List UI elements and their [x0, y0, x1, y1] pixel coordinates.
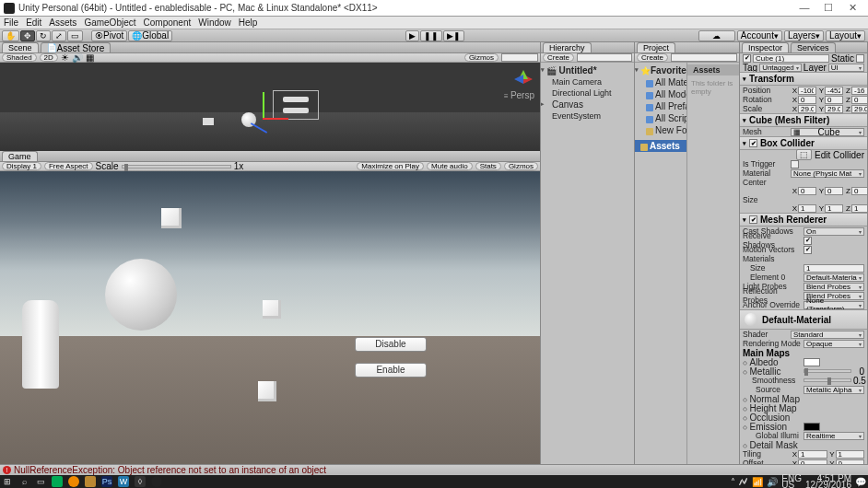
game-gizmos-dropdown[interactable]: Gizmos — [504, 162, 538, 170]
scale-x-input[interactable] — [798, 105, 816, 113]
center-z-input[interactable] — [851, 187, 868, 195]
castshadows-dropdown[interactable]: On — [803, 227, 864, 236]
search-icon[interactable]: ⌕ — [18, 476, 29, 487]
tray-wifi-icon[interactable]: 📶 — [752, 477, 763, 487]
center-y-input[interactable] — [825, 187, 843, 195]
scale-tool-button[interactable]: ⤢ — [52, 30, 66, 41]
rect-tool-button[interactable]: ▭ — [67, 30, 83, 41]
taskview-icon[interactable]: ▭ — [35, 476, 46, 487]
mute-audio-toggle[interactable]: Mute audio — [427, 162, 473, 170]
move-tool-button[interactable]: ✥ — [20, 30, 35, 41]
menu-component[interactable]: Component — [144, 17, 192, 28]
mat-size-input[interactable] — [803, 264, 864, 273]
console-bar[interactable]: ! NullReferenceException: Object referen… — [0, 464, 868, 475]
mesh-field[interactable]: ▦ Cube — [791, 128, 864, 136]
taskbar-chrome-icon[interactable] — [151, 476, 162, 487]
hierarchy-scene[interactable]: ▾🎬 Untitled* — [541, 64, 634, 76]
hand-tool-button[interactable]: ✋ — [2, 30, 19, 41]
hierarchy-item-light[interactable]: Directional Light — [541, 87, 634, 99]
hierarchy-create-dropdown[interactable]: Create — [543, 53, 574, 62]
tab-project[interactable]: Project — [637, 42, 675, 52]
menu-gameobject[interactable]: GameObject — [84, 17, 135, 28]
globalillum-dropdown[interactable]: Realtime — [803, 432, 864, 440]
maximize-button[interactable]: ☐ — [822, 2, 835, 14]
layer-dropdown[interactable]: UI — [828, 64, 864, 72]
play-button[interactable]: ▶ — [405, 30, 419, 41]
account-dropdown[interactable]: Account ▾ — [737, 30, 782, 41]
tab-asset-store[interactable]: 📄 Asset Store — [41, 42, 111, 52]
aspect-dropdown[interactable]: Free Aspect — [44, 162, 93, 170]
tab-services[interactable]: Services — [791, 42, 836, 52]
lightprobes-dropdown[interactable]: Blend Probes — [803, 283, 864, 291]
rotate-tool-button[interactable]: ↻ — [36, 30, 51, 41]
tray-battery-icon[interactable]: 🗲 — [739, 477, 748, 487]
menu-assets[interactable]: Assets — [49, 17, 76, 28]
tray-chevron-icon[interactable]: ˄ — [731, 477, 735, 487]
close-button[interactable]: ✕ — [846, 2, 859, 14]
scene-light-icon[interactable]: ☀ — [61, 52, 69, 63]
transform-header[interactable]: ▾Transform — [740, 72, 867, 86]
rot-x-input[interactable] — [798, 96, 816, 104]
pivot-toggle[interactable]: ⦿ Pivot — [91, 30, 127, 41]
minimize-button[interactable]: — — [798, 2, 811, 14]
game-view[interactable]: Disable Enable — [0, 171, 540, 471]
smoothness-slider[interactable] — [803, 378, 851, 382]
taskbar-word-icon[interactable]: W — [118, 476, 129, 487]
hierarchy-search-input[interactable] — [577, 53, 632, 62]
maximize-on-play-toggle[interactable]: Maximize on Play — [357, 162, 424, 170]
step-button[interactable]: ▶❚ — [443, 30, 464, 41]
smooth-source-dropdown[interactable]: Metallic Alpha — [803, 386, 864, 394]
boxcollider-header[interactable]: ▾✔Box Collider — [740, 136, 867, 150]
rot-z-input[interactable] — [851, 96, 868, 104]
istrigger-checkbox[interactable] — [791, 160, 799, 168]
project-search-input[interactable] — [671, 53, 737, 62]
project-fav-materials[interactable]: All Material — [635, 76, 686, 88]
scale-z-input[interactable] — [851, 105, 868, 113]
center-x-input[interactable] — [798, 187, 816, 195]
motionvec-checkbox[interactable]: ✔ — [803, 246, 812, 254]
tray-notifications-icon[interactable]: 💬 — [855, 477, 866, 487]
tab-game[interactable]: Game — [2, 151, 38, 161]
metallic-slider[interactable] — [803, 369, 851, 373]
scene-search-input[interactable] — [501, 53, 538, 62]
global-toggle[interactable]: 🌐 Global — [128, 30, 172, 41]
pos-x-input[interactable] — [798, 87, 816, 95]
recvshadows-checkbox[interactable]: ✔ — [803, 237, 812, 245]
scale-y-input[interactable] — [825, 105, 843, 113]
hierarchy-item-camera[interactable]: Main Camera — [541, 76, 634, 87]
material-header[interactable]: Default-Material — [740, 309, 867, 330]
anchor-field[interactable]: None (Transform) — [803, 301, 864, 309]
gizmos-dropdown[interactable]: Gizmos — [464, 53, 499, 62]
shading-dropdown[interactable]: Shaded — [2, 53, 37, 62]
tray-volume-icon[interactable]: 🔊 — [767, 477, 778, 487]
project-breadcrumb[interactable]: Assets — [687, 64, 739, 76]
scene-view[interactable]: ≡ Persp — [0, 63, 540, 151]
tiling-x-input[interactable] — [798, 450, 827, 459]
taskbar-unity-icon[interactable]: ◊ — [135, 476, 146, 487]
gameobject-name-input[interactable] — [753, 54, 829, 63]
project-fav-models[interactable]: All Models — [635, 88, 686, 100]
collab-button[interactable]: ☁ — [698, 30, 735, 41]
taskbar-app-3[interactable] — [85, 476, 96, 487]
emission-color[interactable] — [803, 423, 820, 431]
tag-dropdown[interactable]: Untagged — [759, 64, 802, 72]
start-button[interactable]: ⊞ — [2, 476, 13, 487]
scene-fx-icon[interactable]: ▦ — [86, 52, 94, 63]
size-y-input[interactable] — [825, 204, 843, 213]
project-assets-root[interactable]: Assets — [635, 140, 686, 152]
project-favorites[interactable]: ▾⭐Favorites — [635, 64, 686, 76]
static-checkbox[interactable] — [856, 54, 864, 63]
menu-help[interactable]: Help — [239, 17, 258, 28]
project-fav-newfolder[interactable]: New Folder — [635, 124, 686, 136]
meshfilter-header[interactable]: ▾Cube (Mesh Filter) — [740, 113, 867, 127]
disable-button[interactable]: Disable — [355, 337, 427, 352]
rot-y-input[interactable] — [825, 96, 843, 104]
display-dropdown[interactable]: Display 1 — [2, 162, 41, 170]
tiling-y-input[interactable] — [836, 450, 865, 459]
pos-y-input[interactable] — [825, 87, 843, 95]
tab-inspector[interactable]: Inspector — [742, 42, 789, 52]
layers-dropdown[interactable]: Layers ▾ — [784, 30, 824, 41]
project-fav-scripts[interactable]: All Scripts — [635, 112, 686, 124]
pause-button[interactable]: ❚❚ — [420, 30, 442, 41]
scene-canvas-rect[interactable] — [273, 90, 319, 120]
